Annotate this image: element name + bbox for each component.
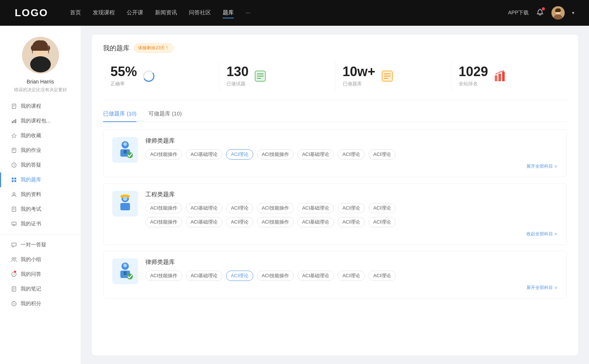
svg-point-64 (123, 264, 127, 267)
sidebar-menu: 我的课程 我的课程包... 我的收藏 我的作业 (0, 99, 81, 311)
sidebar: Brian Harris 错误的决定比没有决定要好 我的课程 我的课程包... (0, 26, 81, 364)
qbank-card-engineer: 工程类题库 ACI技能操作 ACI基础理论 ACI理论 ACI技能操作 ACI基… (103, 183, 567, 245)
star-icon (11, 133, 17, 139)
profile-avatar[interactable] (22, 37, 59, 74)
svg-rect-48 (498, 74, 501, 81)
tag-eng-8[interactable]: ACI基础理论 (186, 217, 223, 227)
tag-lawyer-1-6[interactable]: ACI理论 (368, 149, 396, 160)
page-header: 我的题库 体验剩余23天！ (103, 43, 567, 53)
grid-icon (11, 177, 17, 183)
tab-available-qbank[interactable]: 可做题库 (10) (148, 110, 182, 122)
sidebar-item-mygroup[interactable]: 我的小组 (0, 252, 81, 267)
tag-eng-6[interactable]: ACI理论 (368, 203, 396, 213)
tag-lawyer-2-3[interactable]: ACI技能操作 (257, 271, 294, 281)
nav-item-home[interactable]: 首页 (70, 8, 81, 18)
sidebar-item-myqa[interactable]: ? 我的答疑 (0, 158, 81, 172)
svg-text:?: ? (13, 273, 15, 276)
expand-link-lawyer-2[interactable]: 展开全部科目 ∨ (145, 285, 558, 291)
tag-eng-7[interactable]: ACI技能操作 (145, 217, 182, 227)
sidebar-item-myqa-label: 我的答疑 (21, 162, 41, 168)
sidebar-item-myqbank[interactable]: 我的题库 (0, 172, 81, 187)
qbank-tags-lawyer-2: ACI技能操作 ACI基础理论 ACI理论 ACI技能操作 ACI基础理论 AC… (145, 271, 558, 281)
sidebar-item-mycourse-label: 我的课程 (21, 103, 41, 110)
svg-point-5 (30, 56, 51, 72)
qanda-notification-dot (14, 271, 16, 273)
tag-eng-5[interactable]: ACI理论 (338, 203, 365, 213)
nav-item-discover[interactable]: 发现课程 (93, 8, 115, 18)
tab-done-qbank[interactable]: 已做题库 (10) (103, 110, 137, 122)
sidebar-item-mycert[interactable]: 我的证书 (0, 217, 81, 231)
nav-item-news[interactable]: 新闻资讯 (155, 8, 177, 18)
sidebar-item-mynotes[interactable]: 我的笔记 (0, 282, 81, 296)
page-title: 我的题库 (103, 44, 130, 53)
nav-item-qa[interactable]: 问答社区 (189, 8, 211, 18)
tag-lawyer-2-2[interactable]: ACI理论 (226, 271, 253, 281)
sidebar-item-myqbank-label: 我的题库 (21, 176, 41, 183)
svg-point-50 (495, 74, 497, 75)
app-download-link[interactable]: APP下载 (508, 10, 529, 16)
svg-rect-18 (12, 180, 14, 182)
tag-lawyer-1-4[interactable]: ACI基础理论 (297, 149, 334, 160)
tag-lawyer-2-5[interactable]: ACI理论 (338, 271, 365, 281)
svg-point-20 (13, 193, 15, 195)
sidebar-item-myexam[interactable]: 我的考试 (0, 202, 81, 217)
sidebar-item-oneone[interactable]: 一对一答疑 (0, 238, 81, 252)
tag-lawyer-1-5[interactable]: ACI理论 (338, 149, 365, 160)
tag-lawyer-1-1[interactable]: ACI基础理论 (186, 149, 223, 160)
note-icon (11, 286, 17, 292)
tag-eng-2[interactable]: ACI理论 (226, 203, 253, 213)
tag-lawyer-1-0[interactable]: ACI技能操作 (145, 149, 182, 160)
notification-dot (542, 7, 545, 10)
tag-eng-4[interactable]: ACI基础理论 (297, 203, 334, 213)
tag-eng-3[interactable]: ACI技能操作 (257, 203, 294, 213)
tag-lawyer-1-2[interactable]: ACI理论 (226, 149, 253, 160)
sidebar-item-myhomework[interactable]: 我的作业 (0, 143, 81, 158)
user-menu-chevron[interactable]: ▾ (572, 10, 574, 15)
sidebar-item-mygroup-label: 我的小组 (21, 256, 41, 263)
sidebar-item-myhomework-label: 我的作业 (21, 147, 41, 154)
svg-rect-17 (14, 178, 16, 179)
stats-row: 55% 正确率 130 已做试题 (103, 61, 567, 100)
tag-lawyer-2-0[interactable]: ACI技能操作 (145, 271, 182, 281)
tag-eng-0[interactable]: ACI技能操作 (145, 203, 182, 213)
tag-eng-10[interactable]: ACI技能操作 (257, 217, 294, 227)
logo[interactable]: LOGO (15, 7, 48, 19)
svg-point-51 (499, 72, 500, 73)
qbank-engineer-icon-wrap (112, 191, 138, 217)
tag-lawyer-2-1[interactable]: ACI基础理论 (186, 271, 223, 281)
tag-eng-1[interactable]: ACI基础理论 (186, 203, 223, 213)
nav-item-more[interactable]: ··· (246, 8, 250, 18)
tag-lawyer-2-4[interactable]: ACI基础理论 (297, 271, 334, 281)
stat-site-rank-value: 1029 (459, 65, 488, 78)
nav-item-qbank[interactable]: 题库 (223, 8, 234, 18)
sidebar-item-myfav-label: 我的收藏 (21, 132, 41, 139)
svg-rect-62 (120, 203, 130, 210)
tag-eng-11[interactable]: ACI基础理论 (297, 217, 334, 227)
sidebar-item-myqanda[interactable]: ? 我的问答 (0, 267, 81, 282)
stat-done-questions: 130 已做试题 (219, 61, 335, 91)
notification-bell[interactable] (536, 8, 544, 18)
navbar: LOGO 首页 发现课程 公开课 新闻资讯 问答社区 题库 ··· APP下载 (0, 0, 589, 26)
qbank-title-lawyer-1: 律师类题库 (145, 137, 558, 145)
tag-eng-13[interactable]: ACI理论 (368, 217, 396, 227)
svg-rect-66 (124, 271, 127, 275)
tag-lawyer-2-6[interactable]: ACI理论 (368, 271, 396, 281)
expand-link-lawyer-1[interactable]: 展开全部科目 ∨ (145, 163, 558, 169)
user-avatar[interactable] (551, 6, 565, 19)
questions-icon (254, 69, 267, 83)
sidebar-item-myprofile[interactable]: 我的资料 (0, 187, 81, 202)
sidebar-item-mypoints[interactable]: 我的积分 (0, 296, 81, 311)
sidebar-item-myfav[interactable]: 我的收藏 (0, 128, 81, 143)
tag-lawyer-1-3[interactable]: ACI技能操作 (257, 149, 294, 160)
nav-item-opencourse[interactable]: 公开课 (127, 8, 143, 18)
svg-rect-49 (502, 72, 505, 81)
svg-rect-47 (495, 75, 497, 81)
tag-eng-9[interactable]: ACI理论 (226, 217, 253, 227)
svg-point-61 (123, 196, 127, 201)
trial-badge: 体验剩余23天！ (134, 43, 173, 53)
sidebar-item-mypkg[interactable]: 我的课程包... (0, 114, 81, 128)
collapse-link-engineer[interactable]: 收起全部科目 ∧ (145, 231, 558, 237)
stat-done-questions-value: 130 (226, 65, 248, 78)
sidebar-item-mycourse[interactable]: 我的课程 (0, 99, 81, 114)
tag-eng-12[interactable]: ACI理论 (338, 217, 365, 227)
